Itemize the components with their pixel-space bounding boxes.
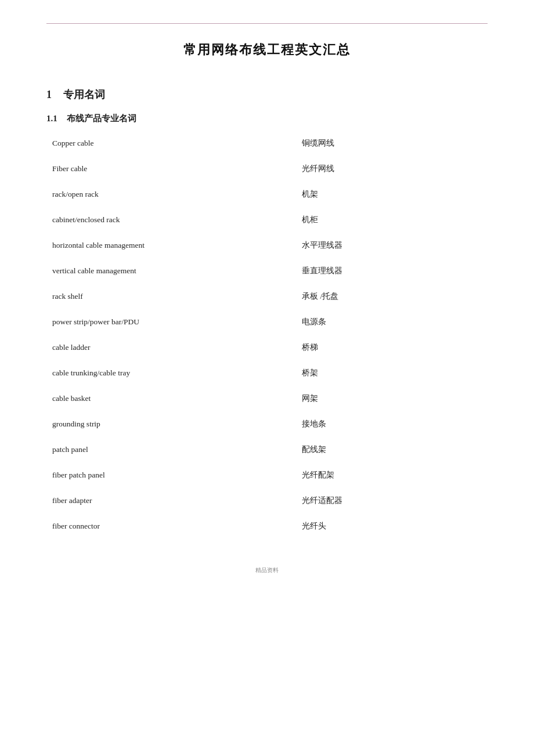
term-en-10: cable basket <box>46 394 267 403</box>
term-zh-15: 光纤头 <box>302 521 326 531</box>
term-en-12: patch panel <box>46 445 267 454</box>
term-row: Fiber cable光纤网线 <box>46 164 488 174</box>
term-zh-13: 光纤配架 <box>302 470 334 480</box>
term-en-6: rack shelf <box>46 292 267 301</box>
term-en-9: cable trunking/cable tray <box>46 368 267 378</box>
term-row: cable basket网架 <box>46 393 488 404</box>
term-zh-2: 机架 <box>302 189 318 200</box>
term-en-3: cabinet/enclosed rack <box>46 215 267 225</box>
page-container: 常用网络布线工程英文汇总 1 专用名词 1.1 布线产品专业名词 Copper … <box>0 0 534 756</box>
term-row: vertical cable management垂直理线器 <box>46 266 488 276</box>
term-row: horizontal cable management水平理线器 <box>46 240 488 251</box>
term-row: patch panel配线架 <box>46 444 488 455</box>
section-1-heading: 1 专用名词 <box>46 88 488 102</box>
term-row: power strip/power bar/PDU电源条 <box>46 317 488 327</box>
term-row: Copper cable铜缆网线 <box>46 138 488 149</box>
term-en-13: fiber patch panel <box>46 471 267 480</box>
term-zh-11: 接地条 <box>302 419 326 429</box>
term-en-15: fiber connector <box>46 522 267 531</box>
term-en-0: Copper cable <box>46 139 267 148</box>
term-zh-6: 承板 /托盘 <box>302 291 338 302</box>
subsection-1-1-label: 布线产品专业名词 <box>67 113 136 124</box>
term-zh-0: 铜缆网线 <box>302 138 334 149</box>
term-row: cable trunking/cable tray桥架 <box>46 368 488 378</box>
top-line <box>46 23 488 24</box>
term-row: grounding strip接地条 <box>46 419 488 429</box>
term-zh-1: 光纤网线 <box>302 164 334 174</box>
term-en-5: vertical cable management <box>46 266 267 276</box>
term-row: fiber adapter光纤适配器 <box>46 495 488 506</box>
term-row: cabinet/enclosed rack机柜 <box>46 215 488 225</box>
footer-note: 精品资料 <box>46 566 488 574</box>
term-en-4: horizontal cable management <box>46 241 267 250</box>
section-1-label: 专用名词 <box>63 88 105 102</box>
term-en-7: power strip/power bar/PDU <box>46 317 267 327</box>
term-en-14: fiber adapter <box>46 496 267 505</box>
term-table: Copper cable铜缆网线Fiber cable光纤网线rack/open… <box>46 138 488 531</box>
term-zh-5: 垂直理线器 <box>302 266 342 276</box>
page-title: 常用网络布线工程英文汇总 <box>46 41 488 59</box>
term-zh-10: 网架 <box>302 393 318 404</box>
term-zh-3: 机柜 <box>302 215 318 225</box>
term-zh-14: 光纤适配器 <box>302 495 342 506</box>
term-row: cable ladder桥梯 <box>46 342 488 353</box>
term-en-1: Fiber cable <box>46 164 267 173</box>
term-zh-8: 桥梯 <box>302 342 318 353</box>
term-row: rack shelf承板 /托盘 <box>46 291 488 302</box>
term-zh-7: 电源条 <box>302 317 326 327</box>
term-en-8: cable ladder <box>46 343 267 352</box>
term-row: fiber patch panel光纤配架 <box>46 470 488 480</box>
term-en-2: rack/open rack <box>46 190 267 199</box>
subsection-1-1-heading: 1.1 布线产品专业名词 <box>46 113 488 124</box>
term-row: rack/open rack机架 <box>46 189 488 200</box>
subsection-1-1-number: 1.1 <box>46 114 57 124</box>
term-row: fiber connector光纤头 <box>46 521 488 531</box>
term-zh-9: 桥架 <box>302 368 318 378</box>
term-zh-4: 水平理线器 <box>302 240 342 251</box>
term-zh-12: 配线架 <box>302 444 326 455</box>
term-en-11: grounding strip <box>46 419 267 429</box>
section-1-number: 1 <box>46 89 52 101</box>
